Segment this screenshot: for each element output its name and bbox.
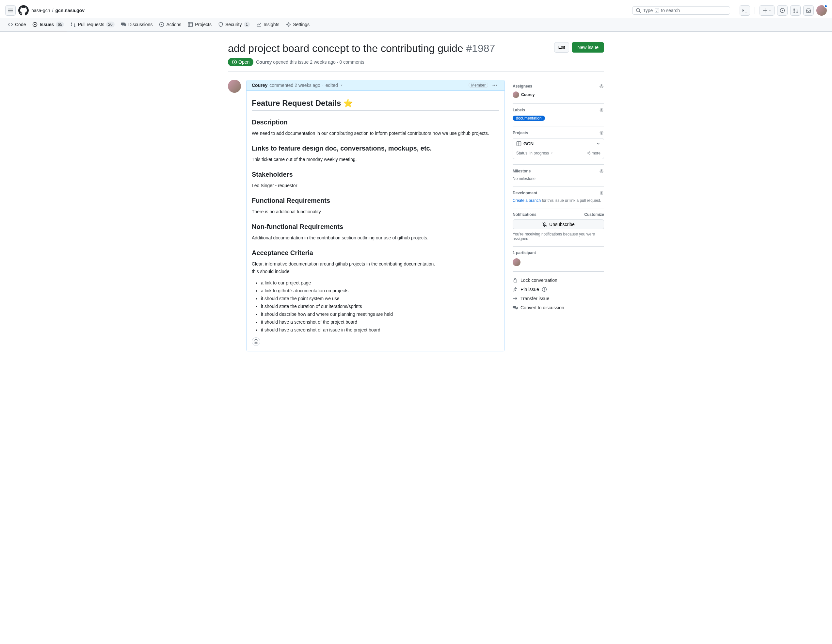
search-kbd: /	[655, 8, 659, 13]
labels-heading: Labels	[513, 108, 525, 112]
pin-icon	[513, 287, 518, 292]
issues-inbox-button[interactable]	[777, 5, 787, 16]
label-documentation[interactable]: documentation	[513, 115, 545, 121]
lock-icon	[513, 277, 518, 283]
projects-gear[interactable]	[599, 130, 604, 136]
pin-issue-link[interactable]: Pin issue	[513, 285, 604, 294]
table-icon	[188, 22, 193, 27]
global-header: nasa-gcn / gcn.nasa.gov Type / to search	[0, 0, 832, 18]
tab-projects-label: Projects	[195, 22, 211, 27]
assignees-gear[interactable]	[599, 83, 604, 89]
unsubscribe-button[interactable]: Unsubscribe	[513, 219, 604, 229]
search-input[interactable]: Type / to search	[632, 6, 730, 15]
tab-discussions[interactable]: Discussions	[118, 19, 155, 31]
project-name: GCN	[523, 141, 534, 146]
breadcrumb-owner[interactable]: nasa-gcn	[31, 8, 50, 13]
pull-requests-button[interactable]	[790, 5, 801, 16]
labels-gear[interactable]	[599, 107, 604, 113]
tab-pull-requests[interactable]: Pull requests 20	[68, 18, 117, 31]
acceptance-text-2: this should include:	[252, 268, 499, 275]
play-icon	[159, 22, 164, 27]
svg-point-10	[494, 85, 495, 86]
acceptance-item: a link to github's documentation on proj…	[261, 287, 499, 294]
gear-icon	[599, 107, 604, 113]
gear-icon	[599, 191, 604, 195]
customize-link[interactable]: Customize	[584, 212, 604, 217]
comment-author[interactable]: Courey	[252, 83, 267, 88]
tab-actions[interactable]: Actions	[157, 19, 184, 31]
tab-settings[interactable]: Settings	[283, 19, 312, 31]
comment-discussion-icon	[121, 22, 126, 27]
graph-icon	[256, 22, 262, 27]
project-more[interactable]: +6 more	[586, 151, 600, 155]
bell-slash-icon	[542, 222, 547, 227]
breadcrumb-repo[interactable]: gcn.nasa.gov	[55, 8, 84, 13]
tab-issues[interactable]: Issues 65	[30, 18, 67, 31]
tab-projects[interactable]: Projects	[185, 19, 214, 31]
gear-icon	[599, 168, 604, 174]
project-row[interactable]: GCN	[513, 138, 604, 149]
smiley-icon	[253, 339, 259, 344]
caret-down-icon	[550, 152, 554, 155]
svg-point-17	[601, 132, 602, 134]
notifications-button[interactable]	[803, 5, 814, 16]
tab-code[interactable]: Code	[5, 19, 29, 31]
create-branch-link[interactable]: Create a branch	[513, 198, 541, 203]
acceptance-item: it should state the point system we use	[261, 295, 499, 302]
issue-header: add project board concept to the contrib…	[228, 37, 604, 72]
tab-actions-label: Actions	[166, 22, 181, 27]
kebab-icon	[492, 83, 497, 88]
development-gear[interactable]	[599, 191, 604, 195]
user-avatar[interactable]	[816, 5, 827, 16]
state-text: Open	[238, 59, 250, 65]
git-pull-request-icon	[793, 8, 798, 13]
edit-button[interactable]: Edit	[554, 42, 570, 53]
command-palette-button[interactable]	[739, 5, 750, 16]
new-issue-button[interactable]: New issue	[572, 42, 604, 53]
add-reaction-button[interactable]	[252, 337, 260, 346]
issue-state-badge: Open	[228, 58, 253, 66]
tab-security-label: Security	[225, 22, 242, 27]
svg-point-20	[601, 192, 602, 194]
milestone-gear[interactable]	[599, 168, 604, 174]
issue-title-text: add project board concept to the contrib…	[228, 42, 463, 54]
notifications-heading: Notifications	[513, 212, 536, 217]
lock-conversation-link[interactable]: Lock conversation	[513, 276, 604, 285]
svg-point-14	[257, 341, 257, 341]
milestone-heading: Milestone	[513, 169, 531, 173]
acceptance-heading: Acceptance Criteria	[252, 249, 499, 257]
edited-indicator[interactable]: edited	[326, 83, 338, 88]
svg-point-8	[234, 61, 235, 63]
arrow-right-icon	[513, 296, 518, 301]
chevron-down-icon[interactable]	[596, 141, 600, 146]
participant-avatar[interactable]	[513, 258, 520, 266]
issue-author[interactable]: Courey	[256, 59, 272, 65]
tab-security[interactable]: Security 1	[216, 18, 253, 31]
acceptance-list: a link to our project pagea link to gith…	[252, 280, 499, 333]
git-pull-request-icon	[70, 22, 76, 27]
acceptance-item: it should have a screenshot of an issue …	[261, 327, 499, 333]
svg-point-12	[254, 340, 258, 344]
tab-code-label: Code	[15, 22, 26, 27]
participants-heading: 1 participant	[513, 250, 536, 255]
comment-avatar[interactable]	[228, 80, 241, 93]
projects-heading: Projects	[513, 131, 528, 135]
info-icon	[542, 287, 547, 292]
svg-point-6	[288, 24, 289, 26]
create-new-button[interactable]	[760, 5, 774, 16]
nonfunctional-heading: Non-functional Requirements	[252, 223, 499, 231]
tab-insights[interactable]: Insights	[254, 19, 282, 31]
convert-discussion-link[interactable]: Convert to discussion	[513, 303, 604, 312]
issue-number: #1987	[466, 42, 495, 54]
comment-actions-menu[interactable]	[490, 83, 499, 88]
tab-insights-label: Insights	[264, 22, 279, 27]
assignee-row[interactable]: Courey	[513, 91, 604, 98]
github-logo[interactable]	[18, 5, 29, 16]
hamburger-menu-button[interactable]	[5, 5, 16, 16]
transfer-issue-link[interactable]: Transfer issue	[513, 294, 604, 303]
inbox-icon	[806, 8, 811, 13]
project-status[interactable]: Status: in progress	[516, 151, 549, 155]
comment-item: Courey commented 2 weeks ago · edited Me…	[228, 80, 505, 351]
milestone-none: No milestone	[513, 176, 604, 181]
search-prefix: Type	[643, 8, 653, 13]
